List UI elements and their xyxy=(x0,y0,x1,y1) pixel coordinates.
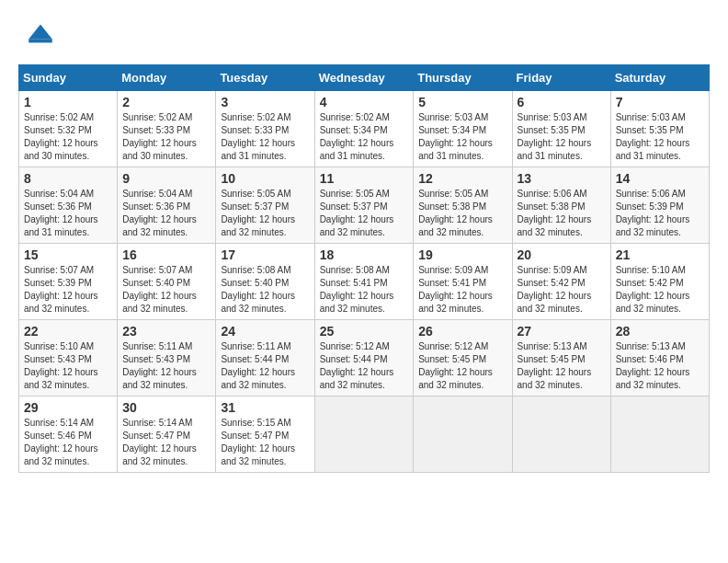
day-number: 8 xyxy=(24,171,112,186)
day-number: 9 xyxy=(122,171,210,186)
calendar-day-cell: 19 Sunrise: 5:09 AM Sunset: 5:41 PM Dayl… xyxy=(414,244,512,320)
col-header-saturday: Saturday xyxy=(610,65,709,91)
day-info: Sunrise: 5:03 AM Sunset: 5:35 PM Dayligh… xyxy=(616,111,704,163)
calendar-week-row: 8 Sunrise: 5:04 AM Sunset: 5:36 PM Dayli… xyxy=(19,167,710,244)
day-number: 26 xyxy=(418,324,506,339)
calendar-header-row: SundayMondayTuesdayWednesdayThursdayFrid… xyxy=(19,65,710,91)
calendar-day-cell: 6 Sunrise: 5:03 AM Sunset: 5:35 PM Dayli… xyxy=(512,91,610,167)
day-number: 25 xyxy=(320,324,409,339)
calendar-day-cell: 4 Sunrise: 5:02 AM Sunset: 5:34 PM Dayli… xyxy=(314,91,414,167)
svg-rect-1 xyxy=(28,39,52,42)
calendar-day-cell: 31 Sunrise: 5:15 AM Sunset: 5:47 PM Dayl… xyxy=(216,396,314,473)
calendar-day-cell: 7 Sunrise: 5:03 AM Sunset: 5:35 PM Dayli… xyxy=(610,91,709,167)
day-info: Sunrise: 5:06 AM Sunset: 5:38 PM Dayligh… xyxy=(518,188,606,239)
calendar-day-cell: 24 Sunrise: 5:11 AM Sunset: 5:44 PM Dayl… xyxy=(216,320,314,396)
day-number: 24 xyxy=(221,324,309,339)
svg-marker-0 xyxy=(28,24,52,39)
calendar-day-cell: 17 Sunrise: 5:08 AM Sunset: 5:40 PM Dayl… xyxy=(216,244,314,320)
calendar-day-cell: 1 Sunrise: 5:02 AM Sunset: 5:32 PM Dayli… xyxy=(19,91,118,167)
page-header xyxy=(18,18,710,55)
day-info: Sunrise: 5:08 AM Sunset: 5:41 PM Dayligh… xyxy=(320,264,409,316)
day-info: Sunrise: 5:08 AM Sunset: 5:40 PM Dayligh… xyxy=(221,264,309,316)
calendar-day-cell: 30 Sunrise: 5:14 AM Sunset: 5:47 PM Dayl… xyxy=(118,396,216,473)
day-info: Sunrise: 5:07 AM Sunset: 5:39 PM Dayligh… xyxy=(24,264,112,316)
calendar-day-cell xyxy=(512,396,610,473)
day-number: 4 xyxy=(320,95,409,109)
day-number: 21 xyxy=(616,247,704,262)
day-number: 30 xyxy=(122,400,210,415)
calendar-day-cell xyxy=(610,396,709,473)
day-info: Sunrise: 5:10 AM Sunset: 5:42 PM Dayligh… xyxy=(616,264,704,316)
calendar-day-cell: 28 Sunrise: 5:13 AM Sunset: 5:46 PM Dayl… xyxy=(610,320,709,396)
day-info: Sunrise: 5:05 AM Sunset: 5:38 PM Dayligh… xyxy=(418,188,506,239)
col-header-friday: Friday xyxy=(512,65,610,91)
day-info: Sunrise: 5:11 AM Sunset: 5:43 PM Dayligh… xyxy=(122,340,210,392)
day-number: 31 xyxy=(221,400,309,415)
calendar-day-cell: 12 Sunrise: 5:05 AM Sunset: 5:38 PM Dayl… xyxy=(414,167,512,244)
calendar-day-cell: 16 Sunrise: 5:07 AM Sunset: 5:40 PM Dayl… xyxy=(118,244,216,320)
day-info: Sunrise: 5:03 AM Sunset: 5:34 PM Dayligh… xyxy=(418,111,506,163)
calendar-day-cell: 2 Sunrise: 5:02 AM Sunset: 5:33 PM Dayli… xyxy=(118,91,216,167)
calendar-day-cell: 20 Sunrise: 5:09 AM Sunset: 5:42 PM Dayl… xyxy=(512,244,610,320)
col-header-monday: Monday xyxy=(118,65,216,91)
day-number: 28 xyxy=(616,324,704,339)
day-info: Sunrise: 5:02 AM Sunset: 5:34 PM Dayligh… xyxy=(320,111,409,163)
calendar-day-cell: 13 Sunrise: 5:06 AM Sunset: 5:38 PM Dayl… xyxy=(512,167,610,244)
calendar-week-row: 15 Sunrise: 5:07 AM Sunset: 5:39 PM Dayl… xyxy=(19,244,710,320)
col-header-thursday: Thursday xyxy=(414,65,512,91)
day-number: 12 xyxy=(418,171,506,186)
day-info: Sunrise: 5:13 AM Sunset: 5:46 PM Dayligh… xyxy=(616,340,704,392)
day-info: Sunrise: 5:11 AM Sunset: 5:44 PM Dayligh… xyxy=(221,340,309,392)
calendar-day-cell: 29 Sunrise: 5:14 AM Sunset: 5:46 PM Dayl… xyxy=(19,396,118,473)
calendar-day-cell: 25 Sunrise: 5:12 AM Sunset: 5:44 PM Dayl… xyxy=(314,320,414,396)
day-info: Sunrise: 5:12 AM Sunset: 5:45 PM Dayligh… xyxy=(418,340,506,392)
calendar-table: SundayMondayTuesdayWednesdayThursdayFrid… xyxy=(18,64,710,473)
col-header-wednesday: Wednesday xyxy=(314,65,414,91)
col-header-tuesday: Tuesday xyxy=(216,65,314,91)
day-info: Sunrise: 5:14 AM Sunset: 5:47 PM Dayligh… xyxy=(122,417,210,468)
day-number: 2 xyxy=(122,95,210,109)
col-header-sunday: Sunday xyxy=(19,65,118,91)
logo xyxy=(18,18,57,55)
day-number: 20 xyxy=(518,247,606,262)
day-number: 15 xyxy=(24,247,112,262)
calendar-day-cell: 27 Sunrise: 5:13 AM Sunset: 5:45 PM Dayl… xyxy=(512,320,610,396)
calendar-day-cell: 5 Sunrise: 5:03 AM Sunset: 5:34 PM Dayli… xyxy=(414,91,512,167)
calendar-day-cell: 11 Sunrise: 5:05 AM Sunset: 5:37 PM Dayl… xyxy=(314,167,414,244)
calendar-day-cell: 14 Sunrise: 5:06 AM Sunset: 5:39 PM Dayl… xyxy=(610,167,709,244)
day-info: Sunrise: 5:14 AM Sunset: 5:46 PM Dayligh… xyxy=(24,417,112,468)
calendar-week-row: 1 Sunrise: 5:02 AM Sunset: 5:32 PM Dayli… xyxy=(19,91,710,167)
calendar-day-cell: 10 Sunrise: 5:05 AM Sunset: 5:37 PM Dayl… xyxy=(216,167,314,244)
day-info: Sunrise: 5:02 AM Sunset: 5:33 PM Dayligh… xyxy=(122,111,210,163)
day-number: 5 xyxy=(418,95,506,109)
calendar-day-cell: 15 Sunrise: 5:07 AM Sunset: 5:39 PM Dayl… xyxy=(19,244,118,320)
day-info: Sunrise: 5:02 AM Sunset: 5:33 PM Dayligh… xyxy=(221,111,309,163)
day-number: 23 xyxy=(122,324,210,339)
calendar-day-cell: 9 Sunrise: 5:04 AM Sunset: 5:36 PM Dayli… xyxy=(118,167,216,244)
day-info: Sunrise: 5:10 AM Sunset: 5:43 PM Dayligh… xyxy=(24,340,112,392)
logo-icon xyxy=(18,18,55,55)
day-number: 17 xyxy=(221,247,309,262)
calendar-day-cell: 26 Sunrise: 5:12 AM Sunset: 5:45 PM Dayl… xyxy=(414,320,512,396)
day-number: 11 xyxy=(320,171,409,186)
day-info: Sunrise: 5:09 AM Sunset: 5:41 PM Dayligh… xyxy=(418,264,506,316)
day-info: Sunrise: 5:03 AM Sunset: 5:35 PM Dayligh… xyxy=(518,111,606,163)
calendar-day-cell xyxy=(414,396,512,473)
calendar-week-row: 22 Sunrise: 5:10 AM Sunset: 5:43 PM Dayl… xyxy=(19,320,710,396)
day-info: Sunrise: 5:12 AM Sunset: 5:44 PM Dayligh… xyxy=(320,340,409,392)
day-number: 3 xyxy=(221,95,309,109)
calendar-day-cell: 8 Sunrise: 5:04 AM Sunset: 5:36 PM Dayli… xyxy=(19,167,118,244)
day-number: 16 xyxy=(122,247,210,262)
day-number: 18 xyxy=(320,247,409,262)
day-info: Sunrise: 5:15 AM Sunset: 5:47 PM Dayligh… xyxy=(221,417,309,468)
day-number: 22 xyxy=(24,324,112,339)
day-number: 6 xyxy=(518,95,606,109)
day-info: Sunrise: 5:05 AM Sunset: 5:37 PM Dayligh… xyxy=(320,188,409,239)
day-number: 29 xyxy=(24,400,112,415)
day-number: 1 xyxy=(24,95,112,109)
calendar-day-cell: 18 Sunrise: 5:08 AM Sunset: 5:41 PM Dayl… xyxy=(314,244,414,320)
calendar-day-cell: 22 Sunrise: 5:10 AM Sunset: 5:43 PM Dayl… xyxy=(19,320,118,396)
day-info: Sunrise: 5:07 AM Sunset: 5:40 PM Dayligh… xyxy=(122,264,210,316)
day-number: 7 xyxy=(616,95,704,109)
calendar-week-row: 29 Sunrise: 5:14 AM Sunset: 5:46 PM Dayl… xyxy=(19,396,710,473)
